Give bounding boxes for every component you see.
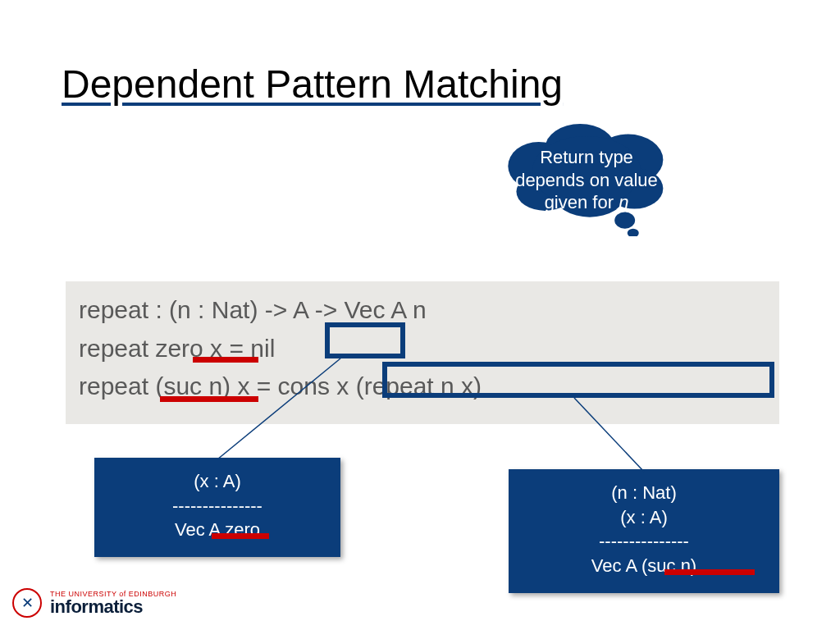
cloud-annotation: Return type depends on value given for n [500,146,673,214]
svg-line-10 [574,398,644,472]
blue-rect-cons [382,362,774,398]
connector-lines [0,0,840,630]
svg-line-9 [217,358,340,459]
cloud-line2: depends on value [515,170,658,190]
cloud-var-n: n [619,192,628,212]
cloud-line1: Return type [540,147,633,167]
cloud-line3-prefix: given for [545,192,619,212]
blue-rect-nil [325,322,405,358]
